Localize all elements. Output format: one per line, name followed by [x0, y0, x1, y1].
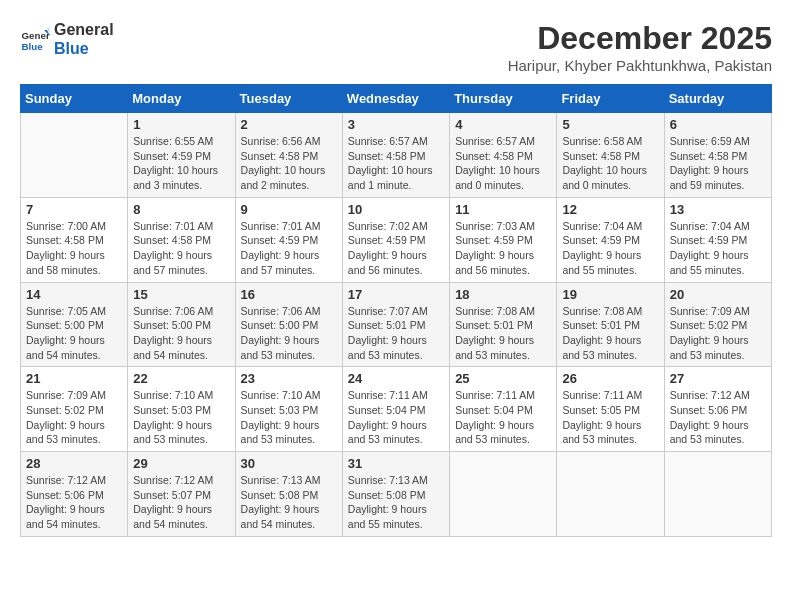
day-detail: Sunrise: 7:11 AMSunset: 5:04 PMDaylight:… — [455, 388, 551, 447]
day-detail: Sunrise: 7:04 AMSunset: 4:59 PMDaylight:… — [562, 219, 658, 278]
calendar-cell: 9Sunrise: 7:01 AMSunset: 4:59 PMDaylight… — [235, 197, 342, 282]
day-detail: Sunrise: 7:03 AMSunset: 4:59 PMDaylight:… — [455, 219, 551, 278]
calendar-cell: 18Sunrise: 7:08 AMSunset: 5:01 PMDayligh… — [450, 282, 557, 367]
calendar-week-3: 14Sunrise: 7:05 AMSunset: 5:00 PMDayligh… — [21, 282, 772, 367]
day-detail: Sunrise: 6:57 AMSunset: 4:58 PMDaylight:… — [348, 134, 444, 193]
calendar-week-5: 28Sunrise: 7:12 AMSunset: 5:06 PMDayligh… — [21, 452, 772, 537]
calendar-cell: 20Sunrise: 7:09 AMSunset: 5:02 PMDayligh… — [664, 282, 771, 367]
day-number: 7 — [26, 202, 122, 217]
day-detail: Sunrise: 7:12 AMSunset: 5:06 PMDaylight:… — [670, 388, 766, 447]
day-number: 16 — [241, 287, 337, 302]
calendar-cell: 30Sunrise: 7:13 AMSunset: 5:08 PMDayligh… — [235, 452, 342, 537]
calendar-cell: 27Sunrise: 7:12 AMSunset: 5:06 PMDayligh… — [664, 367, 771, 452]
logo-line1: General — [54, 20, 114, 39]
page-header: General Blue General Blue December 2025 … — [20, 20, 772, 74]
day-header-thursday: Thursday — [450, 85, 557, 113]
day-number: 31 — [348, 456, 444, 471]
month-title: December 2025 — [508, 20, 772, 57]
calendar-cell: 8Sunrise: 7:01 AMSunset: 4:58 PMDaylight… — [128, 197, 235, 282]
calendar-header-row: SundayMondayTuesdayWednesdayThursdayFrid… — [21, 85, 772, 113]
day-detail: Sunrise: 7:09 AMSunset: 5:02 PMDaylight:… — [26, 388, 122, 447]
day-detail: Sunrise: 7:02 AMSunset: 4:59 PMDaylight:… — [348, 219, 444, 278]
day-number: 23 — [241, 371, 337, 386]
day-number: 22 — [133, 371, 229, 386]
day-detail: Sunrise: 7:13 AMSunset: 5:08 PMDaylight:… — [241, 473, 337, 532]
calendar-cell — [450, 452, 557, 537]
day-number: 1 — [133, 117, 229, 132]
calendar-cell: 10Sunrise: 7:02 AMSunset: 4:59 PMDayligh… — [342, 197, 449, 282]
day-number: 26 — [562, 371, 658, 386]
calendar-cell: 26Sunrise: 7:11 AMSunset: 5:05 PMDayligh… — [557, 367, 664, 452]
calendar-cell: 25Sunrise: 7:11 AMSunset: 5:04 PMDayligh… — [450, 367, 557, 452]
calendar-cell: 24Sunrise: 7:11 AMSunset: 5:04 PMDayligh… — [342, 367, 449, 452]
day-header-saturday: Saturday — [664, 85, 771, 113]
day-number: 28 — [26, 456, 122, 471]
day-detail: Sunrise: 7:01 AMSunset: 4:59 PMDaylight:… — [241, 219, 337, 278]
day-detail: Sunrise: 6:56 AMSunset: 4:58 PMDaylight:… — [241, 134, 337, 193]
day-detail: Sunrise: 7:09 AMSunset: 5:02 PMDaylight:… — [670, 304, 766, 363]
day-header-tuesday: Tuesday — [235, 85, 342, 113]
calendar-cell: 31Sunrise: 7:13 AMSunset: 5:08 PMDayligh… — [342, 452, 449, 537]
day-detail: Sunrise: 7:11 AMSunset: 5:04 PMDaylight:… — [348, 388, 444, 447]
day-number: 25 — [455, 371, 551, 386]
logo: General Blue General Blue — [20, 20, 114, 58]
day-detail: Sunrise: 7:10 AMSunset: 5:03 PMDaylight:… — [133, 388, 229, 447]
day-header-friday: Friday — [557, 85, 664, 113]
calendar-cell: 13Sunrise: 7:04 AMSunset: 4:59 PMDayligh… — [664, 197, 771, 282]
calendar-body: 1Sunrise: 6:55 AMSunset: 4:59 PMDaylight… — [21, 113, 772, 537]
day-number: 9 — [241, 202, 337, 217]
day-detail: Sunrise: 6:55 AMSunset: 4:59 PMDaylight:… — [133, 134, 229, 193]
day-detail: Sunrise: 7:06 AMSunset: 5:00 PMDaylight:… — [133, 304, 229, 363]
calendar-cell: 19Sunrise: 7:08 AMSunset: 5:01 PMDayligh… — [557, 282, 664, 367]
calendar-cell: 17Sunrise: 7:07 AMSunset: 5:01 PMDayligh… — [342, 282, 449, 367]
calendar-cell: 5Sunrise: 6:58 AMSunset: 4:58 PMDaylight… — [557, 113, 664, 198]
calendar-cell: 7Sunrise: 7:00 AMSunset: 4:58 PMDaylight… — [21, 197, 128, 282]
day-detail: Sunrise: 6:59 AMSunset: 4:58 PMDaylight:… — [670, 134, 766, 193]
day-detail: Sunrise: 7:12 AMSunset: 5:07 PMDaylight:… — [133, 473, 229, 532]
day-number: 12 — [562, 202, 658, 217]
day-number: 2 — [241, 117, 337, 132]
day-detail: Sunrise: 6:57 AMSunset: 4:58 PMDaylight:… — [455, 134, 551, 193]
calendar-cell: 4Sunrise: 6:57 AMSunset: 4:58 PMDaylight… — [450, 113, 557, 198]
day-number: 14 — [26, 287, 122, 302]
day-number: 30 — [241, 456, 337, 471]
day-detail: Sunrise: 7:12 AMSunset: 5:06 PMDaylight:… — [26, 473, 122, 532]
day-number: 13 — [670, 202, 766, 217]
day-header-wednesday: Wednesday — [342, 85, 449, 113]
calendar-cell: 28Sunrise: 7:12 AMSunset: 5:06 PMDayligh… — [21, 452, 128, 537]
day-number: 4 — [455, 117, 551, 132]
calendar-cell — [21, 113, 128, 198]
day-header-monday: Monday — [128, 85, 235, 113]
day-detail: Sunrise: 6:58 AMSunset: 4:58 PMDaylight:… — [562, 134, 658, 193]
location-title: Haripur, Khyber Pakhtunkhwa, Pakistan — [508, 57, 772, 74]
day-number: 11 — [455, 202, 551, 217]
calendar-cell: 6Sunrise: 6:59 AMSunset: 4:58 PMDaylight… — [664, 113, 771, 198]
calendar-cell: 16Sunrise: 7:06 AMSunset: 5:00 PMDayligh… — [235, 282, 342, 367]
day-number: 3 — [348, 117, 444, 132]
calendar-week-1: 1Sunrise: 6:55 AMSunset: 4:59 PMDaylight… — [21, 113, 772, 198]
calendar-cell: 29Sunrise: 7:12 AMSunset: 5:07 PMDayligh… — [128, 452, 235, 537]
day-detail: Sunrise: 7:10 AMSunset: 5:03 PMDaylight:… — [241, 388, 337, 447]
logo-icon: General Blue — [20, 24, 50, 54]
calendar-cell: 11Sunrise: 7:03 AMSunset: 4:59 PMDayligh… — [450, 197, 557, 282]
day-number: 10 — [348, 202, 444, 217]
calendar-cell: 15Sunrise: 7:06 AMSunset: 5:00 PMDayligh… — [128, 282, 235, 367]
day-number: 5 — [562, 117, 658, 132]
calendar-week-2: 7Sunrise: 7:00 AMSunset: 4:58 PMDaylight… — [21, 197, 772, 282]
day-detail: Sunrise: 7:07 AMSunset: 5:01 PMDaylight:… — [348, 304, 444, 363]
day-number: 24 — [348, 371, 444, 386]
calendar-cell — [557, 452, 664, 537]
day-detail: Sunrise: 7:08 AMSunset: 5:01 PMDaylight:… — [562, 304, 658, 363]
day-number: 17 — [348, 287, 444, 302]
calendar-cell: 3Sunrise: 6:57 AMSunset: 4:58 PMDaylight… — [342, 113, 449, 198]
day-detail: Sunrise: 7:01 AMSunset: 4:58 PMDaylight:… — [133, 219, 229, 278]
day-detail: Sunrise: 7:08 AMSunset: 5:01 PMDaylight:… — [455, 304, 551, 363]
calendar-cell: 23Sunrise: 7:10 AMSunset: 5:03 PMDayligh… — [235, 367, 342, 452]
calendar-cell: 12Sunrise: 7:04 AMSunset: 4:59 PMDayligh… — [557, 197, 664, 282]
day-detail: Sunrise: 7:04 AMSunset: 4:59 PMDaylight:… — [670, 219, 766, 278]
calendar-cell: 1Sunrise: 6:55 AMSunset: 4:59 PMDaylight… — [128, 113, 235, 198]
calendar-week-4: 21Sunrise: 7:09 AMSunset: 5:02 PMDayligh… — [21, 367, 772, 452]
day-number: 8 — [133, 202, 229, 217]
calendar-cell: 14Sunrise: 7:05 AMSunset: 5:00 PMDayligh… — [21, 282, 128, 367]
day-detail: Sunrise: 7:05 AMSunset: 5:00 PMDaylight:… — [26, 304, 122, 363]
